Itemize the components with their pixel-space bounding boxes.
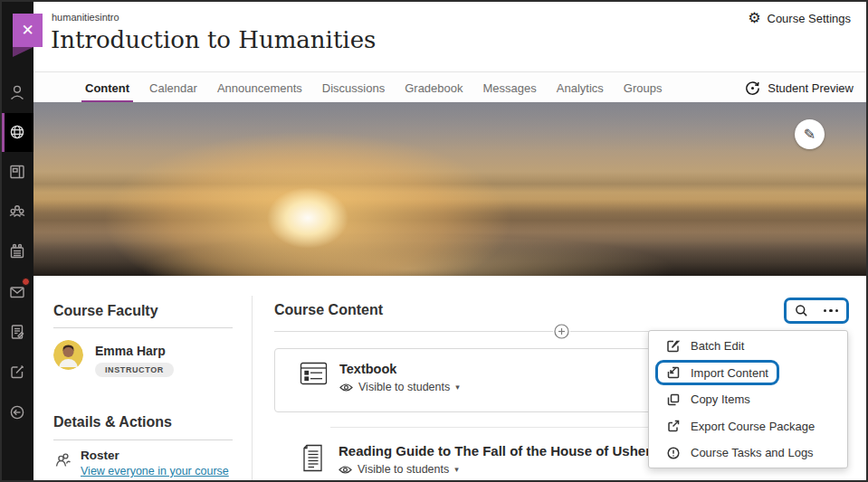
tab-groups[interactable]: Groups: [624, 72, 663, 103]
close-course-button[interactable]: ✕: [13, 14, 43, 47]
roster-section: Roster View everyone in your course: [54, 449, 229, 478]
sign-out-icon[interactable]: [0, 394, 33, 430]
course-settings-button[interactable]: ⚙ Course Settings: [748, 11, 851, 25]
tab-calendar[interactable]: Calendar: [149, 72, 197, 103]
visibility-dropdown[interactable]: Visible to students ▾: [339, 381, 460, 393]
tab-discussions[interactable]: Discussions: [322, 72, 385, 103]
faculty-member: Emma Harp INSTRUCTOR: [53, 340, 174, 377]
batch-edit-icon: [666, 339, 681, 354]
menu-item-copy-items[interactable]: Copy Items: [649, 386, 847, 413]
eye-icon: [339, 383, 353, 392]
menu-item-export-course-package[interactable]: Export Course Package: [649, 413, 847, 440]
instructor-role-badge: INSTRUCTOR: [95, 363, 174, 377]
document-text-icon: [300, 443, 327, 477]
details-actions-heading: Details & Actions: [53, 414, 172, 430]
edit-banner-button[interactable]: ✎: [795, 119, 825, 149]
tab-list: Content Calendar Announcements Discussio…: [85, 72, 662, 103]
faculty-divider: [53, 327, 233, 328]
breadcrumb: humanitiesintro: [52, 12, 119, 23]
app-window: ✕ humanitiesintro Introduction to Humani…: [0, 0, 868, 482]
tab-analytics[interactable]: Analytics: [557, 72, 604, 103]
grades-icon[interactable]: [0, 314, 33, 350]
student-preview-button[interactable]: Student Preview: [744, 72, 854, 103]
roster-label: Roster: [81, 449, 229, 462]
tasks-logs-icon: [666, 446, 681, 460]
content-toolbar-highlight: [784, 298, 849, 324]
menu-item-import-content[interactable]: Import Content: [649, 360, 847, 387]
course-header: humanitiesintro Introduction to Humaniti…: [33, 2, 866, 71]
import-content-icon: [666, 365, 681, 380]
roster-view-everyone-link[interactable]: View everyone in your course: [81, 465, 229, 477]
more-options-menu: Batch Edit Import Content Copy Items Exp…: [648, 330, 848, 468]
details-divider: [53, 439, 233, 440]
tools-icon[interactable]: [0, 354, 33, 390]
gear-icon: ⚙: [748, 11, 760, 25]
roster-people-icon: [54, 451, 72, 469]
tab-content[interactable]: Content: [85, 72, 129, 103]
close-icon: ✕: [21, 21, 33, 40]
pencil-icon: ✎: [804, 126, 816, 143]
tab-messages[interactable]: Messages: [483, 72, 537, 103]
tab-gradebook[interactable]: Gradebook: [405, 72, 463, 103]
tab-announcements[interactable]: Announcements: [217, 72, 302, 103]
course-content-heading: Course Content: [274, 302, 383, 318]
unread-messages-badge: [22, 278, 30, 286]
more-options-icon[interactable]: [824, 309, 839, 313]
copy-items-icon: [666, 392, 681, 407]
community-icon[interactable]: [0, 194, 33, 230]
export-package-icon: [666, 419, 681, 433]
page-title: Introduction to Humanities: [51, 26, 376, 53]
close-ribbon-fold: [13, 47, 33, 57]
column-divider: [252, 296, 253, 480]
course-banner-image: ✎: [33, 102, 866, 276]
faculty-heading: Course Faculty: [53, 303, 158, 319]
chevron-down-icon: ▾: [454, 465, 459, 474]
instructor-name: Emma Harp: [95, 344, 174, 358]
student-preview-icon: [744, 80, 761, 97]
course-tabbar: Content Calendar Announcements Discussio…: [33, 71, 866, 102]
course-settings-label: Course Settings: [768, 12, 852, 25]
profile-icon[interactable]: [0, 74, 33, 110]
avatar: [53, 340, 83, 370]
plus-circle-icon: [554, 324, 569, 339]
add-content-button[interactable]: [553, 323, 570, 340]
eye-icon: [339, 465, 352, 475]
menu-item-course-tasks-and-logs[interactable]: Course Tasks and Logs: [649, 439, 847, 467]
chevron-down-icon: ▾: [455, 383, 460, 392]
courses-globe-icon[interactable]: [0, 114, 33, 150]
content-item-title[interactable]: Textbook: [339, 362, 460, 376]
menu-item-batch-edit[interactable]: Batch Edit: [649, 333, 847, 360]
search-icon[interactable]: [795, 304, 808, 317]
calendar-icon[interactable]: [0, 233, 33, 269]
course-sidebar-rail: [0, 0, 33, 482]
course-body: Course Faculty Emma Harp INSTRUCTOR Deta…: [33, 276, 866, 480]
student-preview-label: Student Preview: [768, 81, 854, 95]
institution-page-icon[interactable]: [0, 154, 33, 190]
document-list-icon: [300, 362, 328, 393]
